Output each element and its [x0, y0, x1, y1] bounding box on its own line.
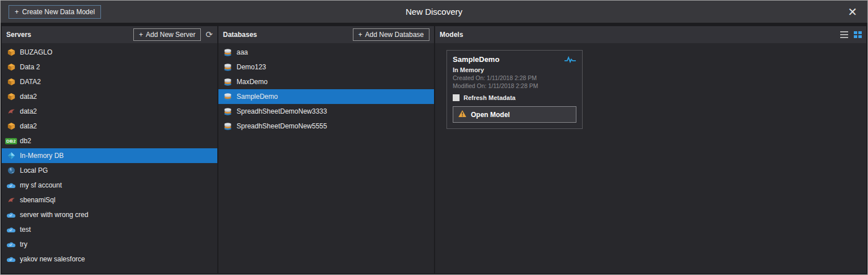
database-stack-icon [223, 63, 233, 72]
new-discovery-dialog: + Create New Data Model New Discovery ✕ … [0, 0, 868, 275]
server-row[interactable]: data2 [2, 104, 217, 119]
databases-list: aaa Demo123 MaxDemo SampleDemo SpreadhSh [218, 43, 434, 273]
salesforce-icon: sf [6, 240, 16, 249]
open-model-label: Open Model [471, 111, 510, 119]
databases-panel-title: Databases [223, 31, 257, 39]
cube-icon [6, 122, 16, 131]
cube-icon [6, 92, 16, 101]
postgres-icon [6, 166, 16, 175]
servers-panel: Servers + Add New Server ⟳ BUZAGLO Data … [2, 26, 217, 273]
database-name: MaxDemo [237, 78, 268, 86]
servers-list: BUZAGLO Data 2 DATA2 data2 data2 [2, 43, 217, 273]
server-name: yakov new salesforce [20, 255, 85, 263]
database-stack-icon [223, 48, 233, 57]
cube-icon [6, 63, 16, 72]
database-row[interactable]: SpreadhSheetDemoNew3333 [218, 104, 434, 119]
server-name: data2 [20, 93, 37, 101]
server-name: BUZAGLO [20, 48, 52, 56]
servers-panel-title: Servers [6, 31, 31, 39]
server-row-selected[interactable]: In-Memory DB [2, 148, 217, 163]
plus-icon: + [139, 31, 143, 39]
databases-panel: Databases + Add New Database aaa Demo123 [218, 26, 434, 273]
svg-text:sf: sf [9, 184, 12, 188]
server-row[interactable]: data2 [2, 119, 217, 134]
open-model-button[interactable]: Open Model [453, 106, 576, 123]
titlebar: + Create New Data Model New Discovery ✕ [1, 1, 867, 23]
panels-container: Servers + Add New Server ⟳ BUZAGLO Data … [1, 23, 867, 274]
salesforce-icon: sf [6, 255, 16, 264]
create-new-data-model-label: Create New Data Model [22, 8, 95, 16]
mysql-icon [6, 195, 16, 205]
database-name: Demo123 [237, 63, 266, 71]
database-stack-icon [223, 107, 233, 116]
server-name: sbenamiSql [20, 196, 56, 204]
server-name: data2 [20, 122, 37, 130]
plus-icon: + [15, 8, 19, 16]
database-stack-icon [223, 92, 233, 101]
dialog-title: New Discovery [1, 7, 867, 16]
database-row[interactable]: MaxDemo [218, 74, 434, 89]
database-name: SpreadhSheetDemoNew5555 [237, 122, 327, 130]
refresh-metadata-label: Refresh Metadata [464, 94, 516, 101]
model-card: SampleDemo In Memory Created On: 1/11/20… [446, 50, 583, 129]
create-new-data-model-button[interactable]: + Create New Data Model [9, 5, 101, 19]
model-created-date: Created On: 1/11/2018 2:28 PM [453, 74, 576, 81]
database-name: SpreadhSheetDemoNew3333 [237, 107, 327, 115]
server-row[interactable]: BUZAGLO [2, 45, 217, 60]
add-new-server-label: Add New Server [146, 31, 195, 39]
grid-view-icon[interactable] [854, 31, 862, 38]
server-name: DATA2 [20, 78, 41, 86]
server-name: Data 2 [20, 63, 40, 71]
server-row[interactable]: Local PG [2, 163, 217, 178]
database-name: SampleDemo [237, 93, 278, 101]
server-row[interactable]: sf yakov new salesforce [2, 252, 217, 266]
salesforce-icon: sf [6, 181, 16, 190]
model-modified-date: Modified On: 1/11/2018 2:28 PM [453, 82, 576, 89]
refresh-metadata-checkbox[interactable] [453, 94, 460, 101]
refresh-metadata-option[interactable]: Refresh Metadata [453, 94, 576, 101]
add-new-server-button[interactable]: + Add New Server [133, 28, 201, 41]
model-name: SampleDemo [453, 55, 499, 64]
svg-text:sf: sf [9, 243, 12, 247]
model-activity-icon [564, 55, 576, 65]
add-new-database-button[interactable]: + Add New Database [353, 28, 429, 41]
server-row[interactable]: sf server with wrong cred [2, 207, 217, 222]
server-name: data2 [20, 107, 37, 115]
cube-icon [6, 48, 16, 57]
server-row[interactable]: DB2 db2 [2, 134, 217, 148]
svg-text:sf: sf [9, 258, 12, 261]
server-row[interactable]: DATA2 [2, 74, 217, 89]
cube-icon [6, 77, 16, 86]
model-type: In Memory [453, 66, 576, 73]
database-stack-icon [223, 122, 233, 131]
models-panel-header: Models [435, 26, 866, 43]
server-row[interactable]: data2 [2, 89, 217, 104]
list-view-icon[interactable] [840, 31, 848, 38]
server-row[interactable]: Data 2 [2, 60, 217, 74]
server-row[interactable]: sf try [2, 237, 217, 252]
refresh-icon[interactable]: ⟳ [205, 30, 213, 40]
database-stack-icon [223, 77, 233, 86]
database-row-selected[interactable]: SampleDemo [218, 89, 434, 104]
model-card-header: SampleDemo [453, 55, 576, 65]
models-panel: Models SampleDemo In Memory Created On: … [435, 26, 866, 273]
server-name: server with wrong cred [20, 211, 89, 219]
svg-text:sf: sf [9, 228, 12, 232]
database-row[interactable]: aaa [218, 45, 434, 60]
database-row[interactable]: SpreadhSheetDemoNew5555 [218, 119, 434, 134]
databases-panel-header: Databases + Add New Database [218, 26, 434, 43]
server-row[interactable]: sf my sf account [2, 178, 217, 193]
salesforce-icon: sf [6, 225, 16, 234]
inmemory-diamond-icon [6, 151, 16, 160]
add-new-database-label: Add New Database [365, 31, 424, 39]
server-name: Local PG [20, 166, 48, 174]
close-icon[interactable]: ✕ [845, 6, 859, 18]
server-row[interactable]: sbenamiSql [2, 193, 217, 207]
server-name: my sf account [20, 181, 62, 189]
server-name: db2 [20, 137, 31, 145]
database-row[interactable]: Demo123 [218, 60, 434, 74]
models-list: SampleDemo In Memory Created On: 1/11/20… [435, 43, 866, 273]
mysql-icon [6, 107, 16, 116]
plus-icon: + [359, 31, 363, 39]
server-row[interactable]: sf test [2, 222, 217, 237]
